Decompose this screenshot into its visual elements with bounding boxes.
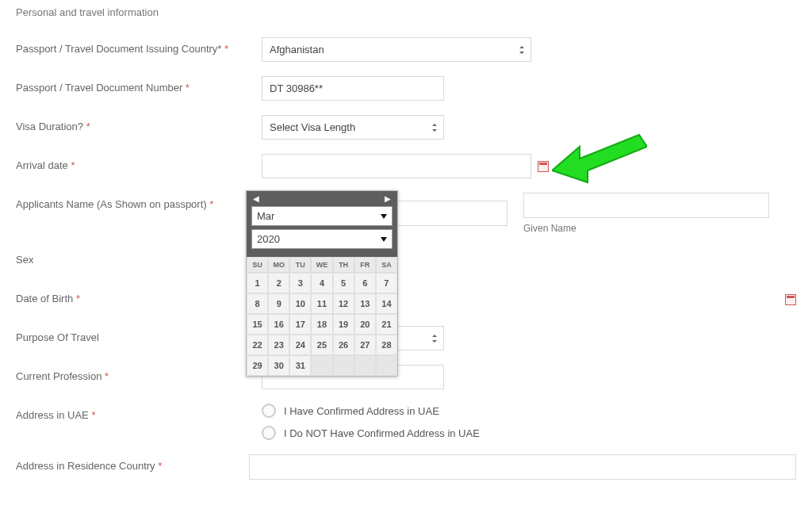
weekday-header: SA xyxy=(376,257,397,273)
next-month-button[interactable]: ▶ xyxy=(385,194,391,203)
label-address-uae: Address in UAE * xyxy=(16,404,262,423)
radio-label: I Do NOT Have Confirmed Address in UAE xyxy=(284,427,480,439)
day-cell[interactable]: 18 xyxy=(311,314,332,335)
radio-icon xyxy=(262,426,276,440)
pointer-arrow-icon xyxy=(552,131,647,186)
label-dob: Date of Birth * xyxy=(16,287,232,306)
day-cell[interactable]: 16 xyxy=(268,314,289,335)
day-cell[interactable]: 24 xyxy=(289,335,311,355)
year-select[interactable]: 2020 xyxy=(251,229,393,249)
day-cell[interactable]: 6 xyxy=(354,273,376,293)
day-empty xyxy=(333,355,354,376)
day-cell[interactable]: 27 xyxy=(354,335,376,355)
day-empty xyxy=(311,355,332,376)
day-cell[interactable]: 30 xyxy=(268,355,289,376)
day-empty xyxy=(376,355,397,376)
day-cell[interactable]: 19 xyxy=(333,314,354,335)
calendar-icon[interactable] xyxy=(785,294,796,305)
weekday-header: SU xyxy=(247,257,268,273)
day-cell[interactable]: 4 xyxy=(311,273,332,293)
arrival-date-input[interactable] xyxy=(262,154,531,178)
label-purpose: Purpose Of Travel xyxy=(16,326,262,345)
label-doc-number: Passport / Travel Document Number * xyxy=(16,76,262,95)
day-cell[interactable]: 28 xyxy=(376,335,397,355)
day-cell[interactable]: 11 xyxy=(311,293,332,314)
day-cell[interactable]: 15 xyxy=(247,314,268,335)
label-visa: Visa Duration? * xyxy=(16,115,262,134)
day-cell[interactable]: 12 xyxy=(333,293,354,314)
day-cell[interactable]: 31 xyxy=(289,355,311,376)
day-cell[interactable]: 14 xyxy=(376,293,397,314)
weekday-header: TH xyxy=(333,257,354,273)
day-cell[interactable]: 23 xyxy=(268,335,289,355)
label-sex: Sex xyxy=(16,248,262,267)
section-title: Personal and travel information xyxy=(16,6,796,18)
day-cell[interactable]: 10 xyxy=(289,293,311,314)
radio-not-confirmed-address[interactable]: I Do NOT Have Confirmed Address in UAE xyxy=(262,426,480,440)
doc-number-input[interactable] xyxy=(262,76,444,101)
month-select[interactable]: Mar xyxy=(251,206,393,226)
day-cell[interactable]: 8 xyxy=(247,293,268,314)
day-cell[interactable]: 21 xyxy=(376,314,397,335)
label-address-res: Address in Residence Country * xyxy=(16,454,249,473)
radio-label: I Have Confirmed Address in UAE xyxy=(284,405,439,417)
day-cell[interactable]: 3 xyxy=(289,273,311,293)
weekday-header: FR xyxy=(354,257,376,273)
country-select[interactable]: Afghanistan xyxy=(262,37,531,62)
day-cell[interactable]: 1 xyxy=(247,273,268,293)
day-cell[interactable]: 7 xyxy=(376,273,397,293)
svg-marker-0 xyxy=(552,135,647,182)
weekday-header: WE xyxy=(311,257,332,273)
day-empty xyxy=(354,355,376,376)
day-cell[interactable]: 17 xyxy=(289,314,311,335)
calendar-icon[interactable] xyxy=(538,161,549,172)
day-cell[interactable]: 25 xyxy=(311,335,332,355)
day-cell[interactable]: 29 xyxy=(247,355,268,376)
day-cell[interactable]: 5 xyxy=(333,273,354,293)
day-cell[interactable]: 22 xyxy=(247,335,268,355)
radio-icon xyxy=(262,404,276,418)
prev-month-button[interactable]: ◀ xyxy=(253,194,259,203)
day-cell[interactable]: 26 xyxy=(333,335,354,355)
given-name-label: Given Name xyxy=(523,223,769,234)
label-country: Passport / Travel Document Issuing Count… xyxy=(16,37,262,56)
visa-duration-select[interactable]: Select Visa Length xyxy=(262,115,444,140)
day-cell[interactable]: 20 xyxy=(354,314,376,335)
given-name-input[interactable] xyxy=(523,193,769,218)
day-cell[interactable]: 13 xyxy=(354,293,376,314)
label-arrival: Arrival date * xyxy=(16,154,262,173)
weekday-header: MO xyxy=(268,257,289,273)
label-profession: Current Profession * xyxy=(16,365,262,384)
day-cell[interactable]: 9 xyxy=(268,293,289,314)
datepicker: ◀ ▶ Mar 2020 SUMOTUWETHFRSA1234567891011… xyxy=(246,190,398,377)
label-applicant: Applicants Name (As Shown on passport) * xyxy=(16,193,262,212)
day-cell[interactable]: 2 xyxy=(268,273,289,293)
weekday-header: TU xyxy=(289,257,311,273)
residence-address-input[interactable] xyxy=(249,454,796,480)
radio-confirmed-address[interactable]: I Have Confirmed Address in UAE xyxy=(262,404,480,418)
